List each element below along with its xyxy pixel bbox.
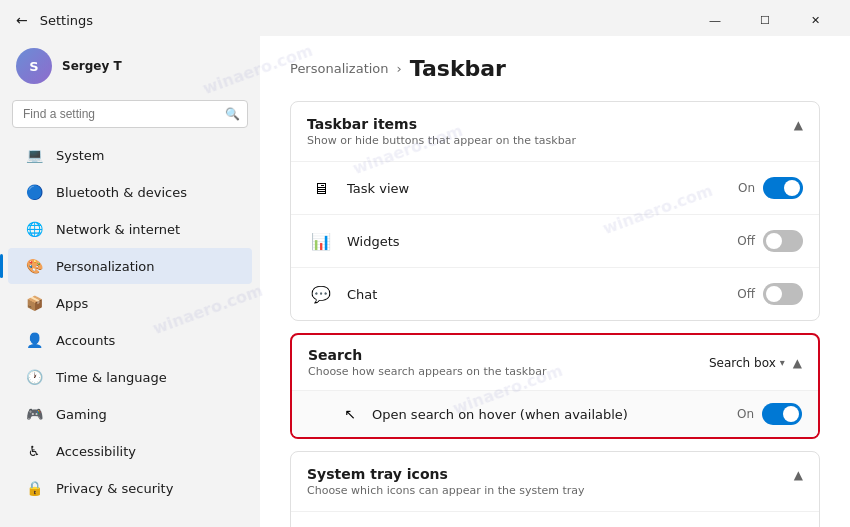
chat-row: 💬 Chat Off <box>291 267 819 320</box>
task-view-label: Task view <box>347 181 738 196</box>
search-section-right: Search box ▾ ▲ <box>709 356 802 370</box>
search-hover-label: Open search on hover (when available) <box>372 407 737 422</box>
close-button[interactable]: ✕ <box>792 6 838 34</box>
sidebar-item-personalization[interactable]: 🎨Personalization <box>8 248 252 284</box>
search-box: 🔍 <box>12 100 248 128</box>
search-hover-value: On <box>737 407 754 421</box>
breadcrumb-separator: › <box>397 61 402 76</box>
sidebar-item-label-apps: Apps <box>56 296 88 311</box>
sidebar-item-icon-network: 🌐 <box>24 219 44 239</box>
maximize-button[interactable]: ☐ <box>742 6 788 34</box>
search-section-left: Search Choose how search appears on the … <box>308 347 546 378</box>
sidebar-item-gaming[interactable]: 🎮Gaming <box>8 396 252 432</box>
sidebar-item-privacy[interactable]: 🔒Privacy & security <box>8 470 252 506</box>
main-content: Personalization › Taskbar Taskbar items … <box>260 36 850 527</box>
sidebar-item-icon-personalization: 🎨 <box>24 256 44 276</box>
sidebar-item-label-gaming: Gaming <box>56 407 107 422</box>
sidebar-item-icon-bluetooth: 🔵 <box>24 182 44 202</box>
active-bar <box>0 254 3 278</box>
page-header: Personalization › Taskbar <box>290 56 820 81</box>
chat-label: Chat <box>347 287 737 302</box>
sidebar-item-apps[interactable]: 📦Apps <box>8 285 252 321</box>
sidebar-item-label-accounts: Accounts <box>56 333 115 348</box>
sidebar-item-icon-system: 💻 <box>24 145 44 165</box>
widgets-label: Widgets <box>347 234 737 249</box>
sidebar-item-icon-gaming: 🎮 <box>24 404 44 424</box>
search-mode-value: Search box <box>709 356 776 370</box>
task-view-value: On <box>738 181 755 195</box>
system-tray-header-left: System tray icons Choose which icons can… <box>307 466 585 497</box>
sidebar: S Sergey T 🔍 💻System🔵Bluetooth & devices… <box>0 36 260 527</box>
search-input[interactable] <box>12 100 248 128</box>
search-section-chevron: ▲ <box>793 356 802 370</box>
minimize-button[interactable]: — <box>692 6 738 34</box>
taskbar-items-title: Taskbar items <box>307 116 576 132</box>
sidebar-item-icon-apps: 📦 <box>24 293 44 313</box>
taskbar-items-chevron: ▲ <box>794 118 803 132</box>
widgets-toggle[interactable] <box>763 230 803 252</box>
nav-list: 💻System🔵Bluetooth & devices🌐Network & in… <box>0 136 260 507</box>
taskbar-items-header-left: Taskbar items Show or hide buttons that … <box>307 116 576 147</box>
title-bar-title: Settings <box>40 13 93 28</box>
search-section-header[interactable]: Search Choose how search appears on the … <box>292 335 818 390</box>
chat-toggle[interactable] <box>763 283 803 305</box>
widgets-toggle-thumb <box>766 233 782 249</box>
title-bar-controls: — ☐ ✕ <box>692 6 838 34</box>
breadcrumb[interactable]: Personalization <box>290 61 389 76</box>
sidebar-item-accessibility[interactable]: ♿Accessibility <box>8 433 252 469</box>
sidebar-item-icon-privacy: 🔒 <box>24 478 44 498</box>
chat-value: Off <box>737 287 755 301</box>
sidebar-item-label-personalization: Personalization <box>56 259 155 274</box>
app-window: S Sergey T 🔍 💻System🔵Bluetooth & devices… <box>0 36 850 527</box>
system-tray-chevron: ▲ <box>794 468 803 482</box>
sidebar-item-label-accessibility: Accessibility <box>56 444 136 459</box>
page-title: Taskbar <box>410 56 506 81</box>
task-view-toggle[interactable] <box>763 177 803 199</box>
task-view-icon: 🖥 <box>307 174 335 202</box>
back-icon[interactable]: ← <box>16 12 28 28</box>
search-section-desc: Choose how search appears on the taskbar <box>308 365 546 378</box>
task-view-row: 🖥 Task view On <box>291 161 819 214</box>
system-tray-header[interactable]: System tray icons Choose which icons can… <box>291 452 819 511</box>
taskbar-items-desc: Show or hide buttons that appear on the … <box>307 134 576 147</box>
search-icon: 🔍 <box>225 107 240 121</box>
system-tray-desc: Choose which icons can appear in the sys… <box>307 484 585 497</box>
widgets-row: 📊 Widgets Off <box>291 214 819 267</box>
search-section: Search Choose how search appears on the … <box>290 333 820 439</box>
user-profile[interactable]: S Sergey T <box>0 36 260 96</box>
search-hover-toggle-thumb <box>783 406 799 422</box>
title-bar: ← Settings — ☐ ✕ <box>0 0 850 36</box>
sidebar-item-icon-accounts: 👤 <box>24 330 44 350</box>
taskbar-items-header[interactable]: Taskbar items Show or hide buttons that … <box>291 102 819 161</box>
task-view-toggle-thumb <box>784 180 800 196</box>
user-name: Sergey T <box>62 59 122 73</box>
sidebar-item-icon-time: 🕐 <box>24 367 44 387</box>
search-hover-toggle[interactable] <box>762 403 802 425</box>
title-bar-left: ← Settings <box>16 12 93 28</box>
search-mode-dropdown[interactable]: Search box ▾ <box>709 356 785 370</box>
sidebar-item-label-system: System <box>56 148 104 163</box>
sidebar-item-bluetooth[interactable]: 🔵Bluetooth & devices <box>8 174 252 210</box>
chat-icon: 💬 <box>307 280 335 308</box>
pen-menu-row: ✏️ Pen menu Show pen menu (icon) when pe… <box>291 511 819 527</box>
widgets-icon: 📊 <box>307 227 335 255</box>
search-hover-row: ↖ Open search on hover (when available) … <box>292 390 818 437</box>
sidebar-item-icon-accessibility: ♿ <box>24 441 44 461</box>
cursor-icon: ↖ <box>340 404 360 424</box>
sidebar-item-time[interactable]: 🕐Time & language <box>8 359 252 395</box>
sidebar-item-label-network: Network & internet <box>56 222 180 237</box>
sidebar-item-label-bluetooth: Bluetooth & devices <box>56 185 187 200</box>
sidebar-item-accounts[interactable]: 👤Accounts <box>8 322 252 358</box>
system-tray-title: System tray icons <box>307 466 585 482</box>
widgets-value: Off <box>737 234 755 248</box>
sidebar-item-label-privacy: Privacy & security <box>56 481 173 496</box>
sidebar-item-system[interactable]: 💻System <box>8 137 252 173</box>
sidebar-item-network[interactable]: 🌐Network & internet <box>8 211 252 247</box>
search-section-title: Search <box>308 347 546 363</box>
system-tray-section: System tray icons Choose which icons can… <box>290 451 820 527</box>
sidebar-item-label-time: Time & language <box>56 370 167 385</box>
avatar: S <box>16 48 52 84</box>
chat-toggle-thumb <box>766 286 782 302</box>
taskbar-items-section: Taskbar items Show or hide buttons that … <box>290 101 820 321</box>
dropdown-arrow-icon: ▾ <box>780 357 785 368</box>
